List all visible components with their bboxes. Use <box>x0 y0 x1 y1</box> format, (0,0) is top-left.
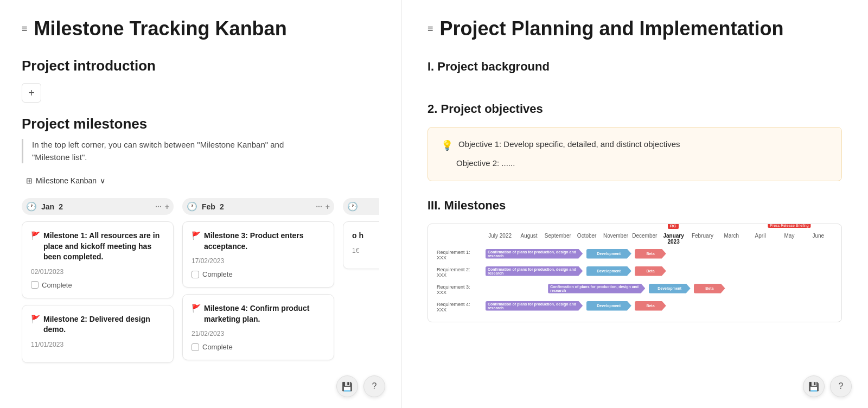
gantt-row-4-label: Requirement 4: XXX <box>437 302 481 313</box>
right-save-button[interactable]: 💾 <box>803 375 825 397</box>
card-feb-2-title: 🚩 Milestone 4: Confirm product marketing… <box>192 303 325 324</box>
flag-icon: 🚩 <box>31 231 40 241</box>
milestone-description: In the top left corner, you can switch b… <box>22 139 379 163</box>
gantt-bar-4-blue: Development <box>586 301 631 311</box>
kanban-view-label: Milestone Kanban <box>36 176 97 185</box>
card-feb-1[interactable]: 🚩 Milestone 3: Product enters acceptance… <box>182 221 334 288</box>
alarm-icon-mar: 🕐 <box>347 201 358 212</box>
chevron-down-icon: ∨ <box>100 176 105 185</box>
column-add-jan[interactable]: + <box>165 202 169 211</box>
right-header: ≡ Project Planning and Implementation <box>427 17 842 40</box>
gantt-bar-3-purple: Confirmation of plans for production, de… <box>548 284 645 294</box>
right-help-button[interactable]: ? <box>830 375 852 397</box>
checkbox-feb-2[interactable] <box>192 343 199 351</box>
left-header: ≡ Milestone Tracking Kanban <box>22 17 379 40</box>
card-mar-1-date: 1€ <box>352 247 377 254</box>
flag-icon: 🚩 <box>31 314 40 325</box>
gantt-chart: July 2022 August September October Novem… <box>427 224 842 322</box>
gantt-month-aug: August <box>514 233 543 245</box>
objective-2-text: Objective 2: ...... <box>456 157 515 170</box>
gantt-month-oct: October <box>572 233 601 245</box>
gantt-month-jan: January2023 RC <box>659 233 688 245</box>
gantt-row-3-label: Requirement 3: XXX <box>437 284 481 295</box>
card-feb-2-complete[interactable]: Complete <box>192 343 325 351</box>
column-more-feb[interactable]: ··· <box>316 202 322 211</box>
left-save-button[interactable]: 💾 <box>336 375 358 397</box>
complete-label-feb-2: Complete <box>202 343 233 351</box>
gantt-marker-press: Press Release Briefing <box>768 224 810 228</box>
background-heading: I. Project background <box>427 60 842 74</box>
checkbox-feb-1[interactable] <box>192 271 199 278</box>
card-jan-1-complete[interactable]: Complete <box>31 281 164 289</box>
card-jan-2[interactable]: 🚩 Milestone 2: Delivered design demo. 11… <box>22 305 174 363</box>
left-panel-title: Milestone Tracking Kanban <box>34 17 287 40</box>
column-actions-jan: ··· + <box>155 202 169 211</box>
view-selector[interactable]: ⊞ Milestone Kanban ∨ <box>22 174 379 187</box>
card-feb-1-complete[interactable]: Complete <box>192 270 325 278</box>
card-jan-1-title: 🚩 Milestone 1: All resources are in plac… <box>31 231 164 263</box>
gantt-row-2: Requirement 2: XXX Confirmation of plans… <box>437 266 833 278</box>
column-add-feb[interactable]: + <box>326 202 330 211</box>
gantt-row-4: Requirement 4: XXX Confirmation of plans… <box>437 301 833 313</box>
milestones-heading: III. Milestones <box>427 199 842 213</box>
gantt-bar-3-blue: Development <box>649 284 691 294</box>
card-jan-1-date: 02/01/2023 <box>31 268 164 276</box>
column-label-jan: Jan <box>41 202 54 211</box>
column-count-feb: 2 <box>220 202 224 211</box>
kanban-board: 🕐 Jan 2 ··· + 🚩 Milestone 1: All resourc… <box>22 198 379 369</box>
right-menu-icon[interactable]: ≡ <box>427 23 433 35</box>
column-header-mar: 🕐 <box>343 198 379 215</box>
column-header-jan: 🕐 Jan 2 ··· + <box>22 198 174 215</box>
gantt-bar-2-pink: Beta <box>635 266 666 276</box>
objective-1-row: 💡 Objective 1: Develop specific, detaile… <box>441 138 828 153</box>
card-mar-1[interactable]: o h 1€ <box>343 221 379 269</box>
alarm-icon-jan: 🕐 <box>26 201 37 212</box>
alarm-icon-feb: 🕐 <box>187 201 197 212</box>
card-jan-2-date: 11/01/2023 <box>31 341 164 348</box>
gantt-bar-1-pink: Beta <box>635 249 666 259</box>
complete-label-jan-1: Complete <box>42 281 72 289</box>
right-panel-title: Project Planning and Implementation <box>440 17 784 40</box>
gantt-row-1: Requirement 1: XXX Confirmation of plans… <box>437 249 833 261</box>
gantt-month-may: May Press Release Briefing <box>775 233 803 245</box>
objective-1-text: Objective 1: Develop specific, detailed,… <box>458 138 680 151</box>
left-help-button[interactable]: ? <box>363 375 385 397</box>
gantt-month-feb: February <box>688 233 717 245</box>
objective-2-row: Objective 2: ...... <box>441 157 828 170</box>
right-panel: ≡ Project Planning and Implementation I.… <box>401 0 868 408</box>
complete-label-feb-1: Complete <box>202 270 233 278</box>
gantt-bar-4-purple: Confirmation of plans for production, de… <box>486 301 583 311</box>
gantt-bar-4-pink: Beta <box>635 301 666 311</box>
card-mar-1-title: o h <box>352 231 377 241</box>
flag-icon: 🚩 <box>192 303 201 314</box>
gantt-marker-rc: RC <box>668 224 679 229</box>
column-header-feb: 🕐 Feb 2 ··· + <box>182 198 334 215</box>
gantt-row-3: Requirement 3: XXX Confirmation of plans… <box>437 284 833 296</box>
column-more-jan[interactable]: ··· <box>155 202 162 211</box>
kanban-column-feb: 🕐 Feb 2 ··· + 🚩 Milestone 3: Product ent… <box>182 198 334 369</box>
bulb-icon: 💡 <box>441 138 453 153</box>
left-panel: ≡ Milestone Tracking Kanban Project intr… <box>0 0 401 408</box>
gantt-month-sep: September <box>544 233 572 245</box>
left-menu-icon[interactable]: ≡ <box>22 23 28 35</box>
card-feb-1-title: 🚩 Milestone 3: Product enters acceptance… <box>192 231 325 252</box>
objectives-box: 💡 Objective 1: Develop specific, detaile… <box>427 127 842 181</box>
card-feb-2[interactable]: 🚩 Milestone 4: Confirm product marketing… <box>182 294 334 360</box>
gantt-row-2-label: Requirement 2: XXX <box>437 267 481 278</box>
gantt-month-dec: December <box>630 233 659 245</box>
gantt-bar-1-purple: Confirmation of plans for production, de… <box>486 249 583 259</box>
column-label-feb: Feb <box>202 202 215 211</box>
gantt-month-jun: June <box>804 233 833 245</box>
gantt-bar-3-pink: Beta <box>694 284 725 294</box>
flag-icon: 🚩 <box>192 231 201 241</box>
milestones-section-title: Project milestones <box>22 116 379 132</box>
add-button[interactable]: + <box>22 83 41 103</box>
gantt-bar-1-blue: Development <box>586 249 631 259</box>
left-bottom-actions: 💾 ? <box>336 375 385 397</box>
gantt-bar-2-blue: Development <box>586 266 631 276</box>
card-jan-1[interactable]: 🚩 Milestone 1: All resources are in plac… <box>22 221 174 298</box>
objectives-heading: 2. Project objectives <box>427 102 842 116</box>
kanban-column-mar: 🕐 o h 1€ <box>343 198 379 369</box>
checkbox-jan-1[interactable] <box>31 281 39 289</box>
kanban-column-jan: 🕐 Jan 2 ··· + 🚩 Milestone 1: All resourc… <box>22 198 174 369</box>
